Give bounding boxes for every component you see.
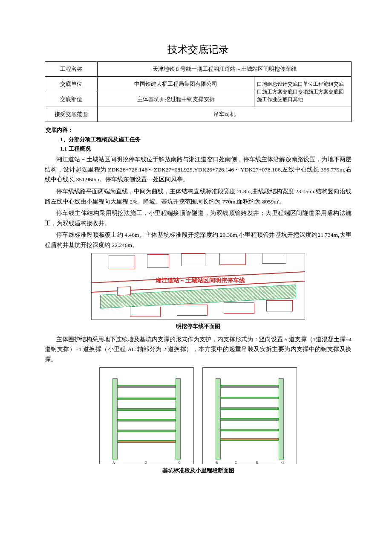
building-outline	[262, 253, 286, 264]
value-scope: 吊车司机	[98, 107, 352, 122]
info-table: 工程名称 天津地铁 8 号线一期工程湘江道站～土城站区间明挖停车线 交底单位 中…	[45, 61, 352, 122]
steel-strut	[118, 398, 176, 400]
concrete-strut	[118, 385, 176, 388]
building-outline	[266, 300, 293, 311]
check-line: 口施工方案交底口专项施工方案交底回	[257, 89, 344, 95]
section-figure-left: A D G	[99, 367, 194, 464]
check-line: 施工作业交底口其他	[257, 96, 303, 102]
steel-strut	[118, 419, 176, 421]
section-1-1: 1.1 工程概况	[60, 145, 352, 153]
replacement-strut	[221, 438, 279, 441]
axis-label: E	[256, 461, 258, 464]
building-outline	[117, 286, 131, 296]
dimension-line	[216, 461, 284, 461]
figure-plan-row: 湘江道站～土城站区间明挖停车线	[45, 253, 352, 320]
paragraph: 湘江道站～土城站区间明挖停车线位于解放南路与湘江道交口处南侧，停车线主体沿解放南…	[45, 154, 352, 185]
building-outline	[147, 254, 169, 268]
replacement-strut	[118, 440, 176, 443]
doc-title: 技术交底记录	[45, 43, 352, 56]
label-part: 交底部位	[45, 92, 98, 107]
building-outline	[109, 256, 135, 269]
plan-figure: 湘江道站～土城站区间明挖停车线	[91, 253, 305, 320]
plan-label: 湘江道站～土城站区间明挖停车线	[156, 277, 245, 285]
steel-strut	[118, 408, 176, 411]
axis-label: C	[235, 461, 237, 464]
figure-caption-section: 基坑标准段及小里程段断面图	[45, 467, 352, 474]
value-project-name: 天津地铁 8 号线一期工程湘江道站～土城站区间明挖停车线	[98, 62, 352, 77]
value-part: 主体基坑开挖过程中钢支撑安拆	[98, 92, 254, 107]
page: 技术交底记录 工程名称 天津地铁 8 号线一期工程湘江道站～土城站区间明挖停车线…	[0, 0, 392, 496]
check-line: 口施组总设计交底口单位工程施组交底	[257, 81, 344, 87]
paragraph: 停车线线路平面两端为直线，中间为曲线，主体结构直线标准段宽度 2L8m,曲线段结…	[45, 186, 352, 206]
axis-label: D	[144, 461, 147, 464]
paragraph: 停车线主体结构采用明挖法施工，小里程端接顶管隧道，为双线顶管始发井；大里程端区间…	[45, 208, 352, 228]
label-project-name: 工程名称	[45, 62, 98, 77]
diaphragm-wall	[279, 378, 284, 459]
diaphragm-wall	[112, 378, 118, 459]
table-row: 接受交底范围 吊车司机	[45, 107, 352, 122]
building-outline	[181, 253, 205, 266]
building-outline	[224, 302, 254, 314]
figure-caption-plan: 明挖停车线平面图	[45, 323, 352, 330]
axis-label: G	[281, 461, 284, 464]
label-unit: 交底单位	[45, 77, 98, 92]
diaphragm-wall	[216, 378, 221, 459]
checkbox-column: 口施组总设计交底口单位工程施组交底 口施工方案交底口专项施工方案交底回 施工作业…	[254, 77, 352, 107]
concrete-strut	[221, 385, 279, 388]
axis-label: A	[112, 461, 115, 464]
label-scope: 接受交底范围	[45, 107, 98, 122]
table-row: 交底单位 中国铁建大桥工程局集团有限公司 口施组总设计交底口单位工程施组交底 口…	[45, 77, 352, 92]
steel-strut	[221, 397, 279, 399]
section-figure-right: B C E G	[202, 367, 297, 464]
diaphragm-wall	[176, 378, 181, 459]
building-outline	[130, 307, 161, 317]
steel-strut	[221, 407, 279, 410]
building-outline	[177, 305, 208, 316]
axis-label: G	[178, 461, 181, 464]
paragraph: 主体围护结构采用地下连续墙及基坑内支撑的形式作为支护，内支撑形式为：竖向设置 5…	[45, 334, 352, 365]
steel-strut	[221, 429, 279, 431]
steel-strut	[118, 430, 176, 432]
value-unit: 中国铁建大桥工程局集团有限公司	[98, 77, 254, 92]
figure-section-row: A D G B C E G	[45, 367, 352, 464]
table-row: 工程名称 天津地铁 8 号线一期工程湘江道站～土城站区间明挖停车线	[45, 62, 352, 77]
content-heading: 交底内容：	[46, 126, 352, 134]
section-1: 1、分部分项工程概况及施工任务	[60, 136, 352, 143]
axis-label: B	[216, 461, 218, 464]
steel-strut	[221, 418, 279, 421]
paragraph: 停车线标准段顶板覆土约 4.46m。主体基坑标准段开挖深度约 20.38m,小里…	[45, 230, 352, 250]
building-outline	[219, 253, 246, 265]
